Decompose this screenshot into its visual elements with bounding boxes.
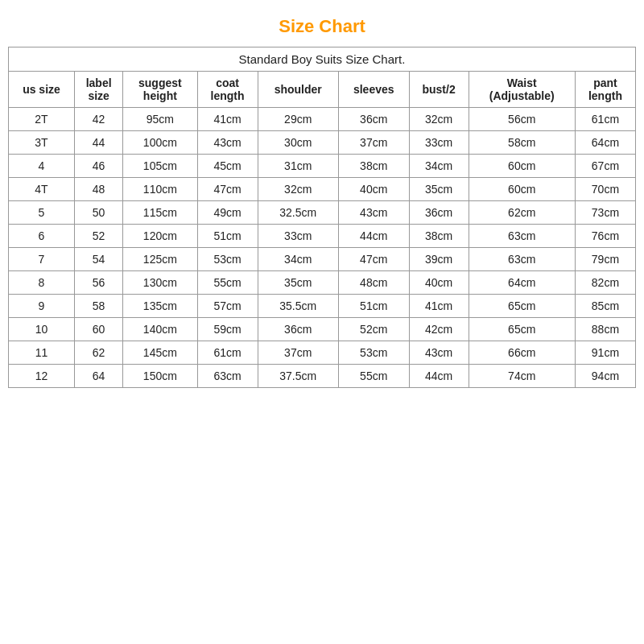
table-row: 4T48110cm47cm32cm40cm35cm60cm70cm [9, 178, 636, 201]
cell-r8-c0: 9 [9, 295, 75, 318]
cell-r10-c5: 53cm [338, 341, 409, 365]
cell-r4-c1: 50 [75, 201, 123, 225]
cell-r11-c5: 55cm [338, 365, 409, 388]
cell-r0-c7: 56cm [469, 108, 575, 131]
page-title: Size Chart [279, 16, 365, 37]
cell-r7-c1: 56 [75, 271, 123, 295]
table-row: 446105cm45cm31cm38cm34cm60cm67cm [9, 155, 636, 178]
subtitle-cell: Standard Boy Suits Size Chart. [9, 47, 636, 72]
cell-r8-c1: 58 [75, 295, 123, 318]
cell-r2-c4: 31cm [258, 155, 338, 178]
cell-r1-c2: 100cm [123, 131, 197, 155]
cell-r3-c3: 47cm [197, 178, 258, 201]
cell-r2-c7: 60cm [469, 155, 575, 178]
cell-r3-c8: 70cm [575, 178, 635, 201]
cell-r10-c0: 11 [9, 341, 75, 365]
cell-r8-c4: 35.5cm [258, 295, 338, 318]
cell-r3-c4: 32cm [258, 178, 338, 201]
cell-r11-c3: 63cm [197, 365, 258, 388]
cell-r11-c0: 12 [9, 365, 75, 388]
cell-r1-c1: 44 [75, 131, 123, 155]
col-header-us_size: us size [9, 72, 75, 108]
cell-r9-c4: 36cm [258, 318, 338, 341]
cell-r1-c8: 64cm [575, 131, 635, 155]
cell-r11-c1: 64 [75, 365, 123, 388]
cell-r3-c1: 48 [75, 178, 123, 201]
cell-r7-c6: 40cm [409, 271, 469, 295]
cell-r0-c1: 42 [75, 108, 123, 131]
cell-r1-c0: 3T [9, 131, 75, 155]
cell-r6-c0: 7 [9, 248, 75, 271]
cell-r7-c7: 64cm [469, 271, 575, 295]
cell-r8-c6: 41cm [409, 295, 469, 318]
cell-r5-c5: 44cm [338, 225, 409, 248]
cell-r3-c6: 35cm [409, 178, 469, 201]
size-chart-table: Standard Boy Suits Size Chart. us sizela… [8, 47, 636, 388]
cell-r0-c4: 29cm [258, 108, 338, 131]
cell-r5-c1: 52 [75, 225, 123, 248]
cell-r8-c2: 135cm [123, 295, 197, 318]
col-header-pant_length: pantlength [575, 72, 635, 108]
cell-r1-c4: 30cm [258, 131, 338, 155]
cell-r2-c2: 105cm [123, 155, 197, 178]
cell-r5-c3: 51cm [197, 225, 258, 248]
cell-r11-c2: 150cm [123, 365, 197, 388]
cell-r9-c6: 42cm [409, 318, 469, 341]
cell-r7-c2: 130cm [123, 271, 197, 295]
cell-r6-c7: 63cm [469, 248, 575, 271]
cell-r7-c8: 82cm [575, 271, 635, 295]
cell-r0-c8: 61cm [575, 108, 635, 131]
table-row: 1162145cm61cm37cm53cm43cm66cm91cm [9, 341, 636, 365]
cell-r6-c6: 39cm [409, 248, 469, 271]
cell-r10-c3: 61cm [197, 341, 258, 365]
table-row: 754125cm53cm34cm47cm39cm63cm79cm [9, 248, 636, 271]
table-row: 550115cm49cm32.5cm43cm36cm62cm73cm [9, 201, 636, 225]
col-header-coat_length: coatlength [197, 72, 258, 108]
cell-r0-c0: 2T [9, 108, 75, 131]
cell-r10-c6: 43cm [409, 341, 469, 365]
cell-r7-c5: 48cm [338, 271, 409, 295]
cell-r10-c8: 91cm [575, 341, 635, 365]
cell-r11-c4: 37.5cm [258, 365, 338, 388]
cell-r6-c8: 79cm [575, 248, 635, 271]
table-row: 3T44100cm43cm30cm37cm33cm58cm64cm [9, 131, 636, 155]
cell-r2-c8: 67cm [575, 155, 635, 178]
cell-r5-c2: 120cm [123, 225, 197, 248]
cell-r5-c6: 38cm [409, 225, 469, 248]
cell-r4-c6: 36cm [409, 201, 469, 225]
col-header-sleeves: sleeves [338, 72, 409, 108]
cell-r1-c6: 33cm [409, 131, 469, 155]
cell-r3-c7: 60cm [469, 178, 575, 201]
cell-r8-c8: 85cm [575, 295, 635, 318]
cell-r4-c4: 32.5cm [258, 201, 338, 225]
header-row: us sizelabelsizesuggestheightcoatlengths… [9, 72, 636, 108]
cell-r4-c8: 73cm [575, 201, 635, 225]
cell-r4-c7: 62cm [469, 201, 575, 225]
cell-r5-c7: 63cm [469, 225, 575, 248]
cell-r5-c0: 6 [9, 225, 75, 248]
cell-r4-c5: 43cm [338, 201, 409, 225]
cell-r9-c2: 140cm [123, 318, 197, 341]
cell-r2-c1: 46 [75, 155, 123, 178]
cell-r9-c5: 52cm [338, 318, 409, 341]
cell-r10-c4: 37cm [258, 341, 338, 365]
cell-r2-c6: 34cm [409, 155, 469, 178]
cell-r8-c7: 65cm [469, 295, 575, 318]
col-header-bust2: bust/2 [409, 72, 469, 108]
cell-r11-c8: 94cm [575, 365, 635, 388]
cell-r5-c8: 76cm [575, 225, 635, 248]
table-row: 2T4295cm41cm29cm36cm32cm56cm61cm [9, 108, 636, 131]
cell-r6-c2: 125cm [123, 248, 197, 271]
cell-r2-c0: 4 [9, 155, 75, 178]
cell-r0-c5: 36cm [338, 108, 409, 131]
cell-r3-c0: 4T [9, 178, 75, 201]
table-row: 856130cm55cm35cm48cm40cm64cm82cm [9, 271, 636, 295]
cell-r4-c3: 49cm [197, 201, 258, 225]
cell-r0-c2: 95cm [123, 108, 197, 131]
table-row: 1060140cm59cm36cm52cm42cm65cm88cm [9, 318, 636, 341]
cell-r6-c5: 47cm [338, 248, 409, 271]
cell-r5-c4: 33cm [258, 225, 338, 248]
cell-r6-c1: 54 [75, 248, 123, 271]
cell-r10-c2: 145cm [123, 341, 197, 365]
cell-r9-c0: 10 [9, 318, 75, 341]
